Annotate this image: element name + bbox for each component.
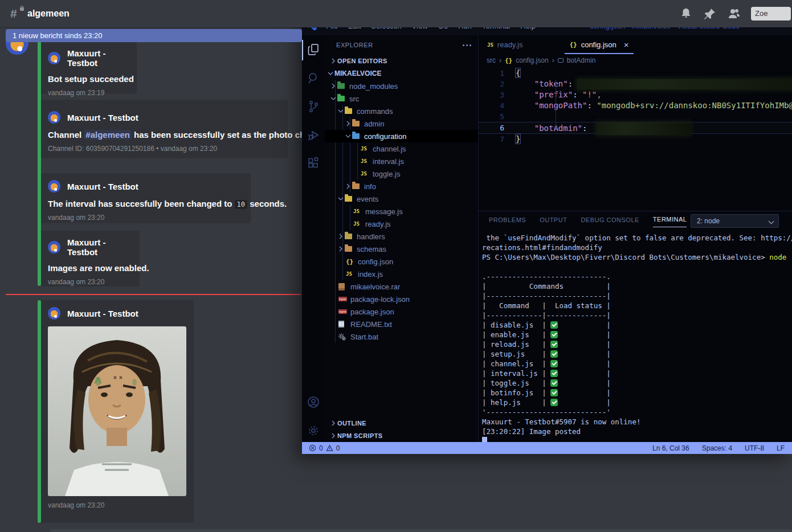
panel-tab-debug-console[interactable]: DEBUG CONSOLE xyxy=(581,216,639,227)
close-tab-icon[interactable]: × xyxy=(624,40,629,50)
member-list-icon[interactable] xyxy=(727,7,741,21)
tree-item-package-json[interactable]: npm package.json xyxy=(325,305,478,318)
tree-item-admin[interactable]: admin xyxy=(325,117,478,130)
more-actions-icon[interactable] xyxy=(466,44,468,46)
folder-icon xyxy=(352,132,362,140)
breadcrumb-config-json[interactable]: config.json xyxy=(516,56,548,64)
check-icon xyxy=(550,360,558,367)
tree-item-toggle-js[interactable]: JS toggle.js xyxy=(325,167,478,180)
check-icon xyxy=(550,331,558,338)
author-name[interactable]: Maxuurt - Testbot xyxy=(67,113,138,122)
tree-item-node-modules[interactable]: node_modules xyxy=(325,80,478,92)
mugshot-attachment-image[interactable] xyxy=(48,326,186,496)
tree-item-events[interactable]: events xyxy=(325,193,478,205)
check-icon xyxy=(550,399,558,406)
folder-icon xyxy=(352,120,362,128)
pinned-messages-icon[interactable] xyxy=(703,7,717,21)
embed-title: The interval has succesfully been change… xyxy=(48,199,244,208)
new-messages-banner[interactable]: 1 nieuw bericht sinds 23:20 xyxy=(6,29,302,42)
settings-gear-icon[interactable] xyxy=(302,424,325,437)
breadcrumb: src › {} config.json › botAdmin xyxy=(479,54,792,67)
js-file-icon: JS xyxy=(487,42,493,48)
panel-tab-output[interactable]: OUTPUT xyxy=(540,216,567,227)
redacted-token-value xyxy=(577,79,792,89)
extensions-icon[interactable] xyxy=(302,149,325,178)
panel-tab-problems[interactable]: PROBLEMS xyxy=(489,216,526,227)
tree-root-mikaelvoice[interactable]: MIKAELVOICE xyxy=(325,67,478,80)
unread-messages-divider xyxy=(6,294,301,295)
terminal-select[interactable]: 2: node xyxy=(691,214,779,228)
bot-avatar xyxy=(48,307,60,320)
js-file-icon: JS xyxy=(346,270,356,278)
check-icon xyxy=(550,321,558,329)
author-name[interactable]: Maxuurt - Testbot xyxy=(67,238,133,257)
tree-item-commands[interactable]: commands xyxy=(325,105,478,117)
panel-tab-terminal[interactable]: TERMINAL xyxy=(653,216,687,227)
tree-item-start-bat[interactable]: Start.bat xyxy=(325,330,478,343)
tree-item-info[interactable]: info xyxy=(325,180,478,193)
outline-section[interactable]: OUTLINE xyxy=(325,417,478,429)
archive-file-icon xyxy=(338,283,349,290)
channel-mention[interactable]: #algemeen xyxy=(84,130,132,140)
npm-scripts-section[interactable]: NPM SCRIPTS xyxy=(325,429,478,442)
timestamp: vandaag om 23:19 xyxy=(48,89,130,97)
tree-item-handlers[interactable]: handlers xyxy=(325,230,478,243)
channel-name: algemeen xyxy=(27,9,70,19)
author-name[interactable]: Maxuurt - Testbot xyxy=(67,309,138,318)
folder-icon xyxy=(337,95,348,103)
author-name[interactable]: Maxuurt - Testbot xyxy=(67,182,138,191)
tree-item-ready-js[interactable]: JS ready.js xyxy=(325,218,478,230)
tree-item-schemas[interactable]: schemas xyxy=(325,243,478,255)
terminal-output[interactable]: the `useFindAndModify` option set to fal… xyxy=(479,227,792,446)
status-bar: 0 0 Ln 6, Col 36 Spaces: 4 UTF-8 LF JSON xyxy=(302,442,792,454)
tree-item-readme-txt[interactable]: README.txt xyxy=(325,318,478,330)
indentation[interactable]: Spaces: 4 xyxy=(702,444,732,452)
active-view-indicator xyxy=(302,40,303,60)
search-input[interactable]: Zoe xyxy=(751,7,791,21)
account-icon[interactable] xyxy=(302,395,325,409)
cursor-position[interactable]: Ln 6, Col 36 xyxy=(652,444,689,452)
check-icon xyxy=(550,389,558,396)
tree-item-interval-js[interactable]: JS interval.js xyxy=(325,155,478,167)
run-debug-icon[interactable] xyxy=(302,121,325,149)
tree-item-channel-js[interactable]: JS channel.js xyxy=(325,142,478,155)
tab-ready-js[interactable]: JS ready.js xyxy=(481,35,528,54)
active-tab-underline xyxy=(565,53,633,54)
inline-code: 10 xyxy=(235,200,247,209)
tree-item-message-js[interactable]: JS message.js xyxy=(325,205,478,218)
bottom-panel: PROBLEMS OUTPUT DEBUG CONSOLE TERMINAL 2… xyxy=(479,211,792,446)
source-control-icon[interactable] xyxy=(302,92,325,121)
open-editors-section[interactable]: OPEN EDITORS xyxy=(325,55,478,67)
check-icon xyxy=(550,370,558,377)
js-file-icon: JS xyxy=(361,157,371,165)
breadcrumb-botadmin[interactable]: botAdmin xyxy=(567,56,596,64)
js-file-icon: JS xyxy=(353,220,364,228)
warnings-count[interactable]: 0 xyxy=(336,444,340,452)
js-file-icon: JS xyxy=(361,145,371,153)
author-name[interactable]: Maxuurt - Testbot xyxy=(67,48,130,68)
tab-config-json[interactable]: {} config.json × xyxy=(564,35,634,54)
message-input-edge[interactable] xyxy=(50,529,792,532)
tree-item-src[interactable]: src xyxy=(325,92,478,105)
embed-message: Maxuurt - Testbot Channel #algemeen has … xyxy=(41,100,288,158)
notifications-bell-icon[interactable] xyxy=(679,7,693,21)
tree-item-config-json[interactable]: {} config.json xyxy=(325,255,478,268)
breadcrumb-src[interactable]: src xyxy=(487,56,496,64)
errors-count[interactable]: 0 xyxy=(319,444,323,452)
encoding[interactable]: UTF-8 xyxy=(745,444,764,452)
tree-item-package-lock-json[interactable]: npm package-lock.json xyxy=(325,293,478,305)
check-icon xyxy=(550,350,558,358)
tree-item-index-js[interactable]: JS index.js xyxy=(325,268,478,280)
folder-icon xyxy=(345,107,355,115)
js-file-icon: JS xyxy=(361,170,371,178)
eol-sequence[interactable]: LF xyxy=(777,444,785,452)
embed-message: Maxuurt - Testbot The interval has succe… xyxy=(41,173,251,223)
warnings-icon[interactable] xyxy=(326,444,333,452)
tree-item-configuration[interactable]: configuration xyxy=(325,130,478,142)
json-file-icon: {} xyxy=(505,57,512,64)
tree-item-mikaelvoice-rar[interactable]: mikaelvoice.rar xyxy=(325,280,478,293)
explorer-icon[interactable] xyxy=(302,35,325,64)
search-icon[interactable] xyxy=(302,64,325,92)
code-editor[interactable]: 1{ 2 "token": 3 "prefix": "!", 4 "mongoP… xyxy=(479,67,792,211)
errors-icon[interactable] xyxy=(309,444,316,452)
